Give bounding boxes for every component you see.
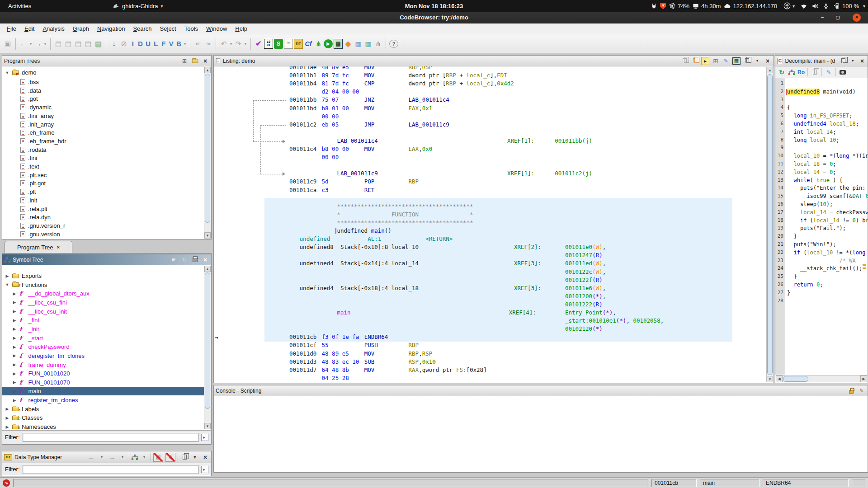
symbol-tree-scrollbar[interactable]: ▲ ▼ — [204, 266, 211, 429]
listing-row[interactable]: d2 04 00 00 — [289, 88, 766, 96]
console-header[interactable]: Console - Scripting ✎ — [214, 385, 868, 396]
tree-item[interactable]: .eh_frame — [2, 128, 197, 137]
menu-navigation[interactable]: Navigation — [93, 25, 129, 32]
function-viewer-icon[interactable]: Cf — [304, 39, 313, 49]
menu-edit[interactable]: Edit — [20, 25, 38, 32]
decompile-line[interactable]: puts("Enter the pin: — [787, 185, 868, 191]
listing-row[interactable]: 001011bdb8 01 00MOVEAX,0x1 — [289, 105, 766, 113]
close-icon[interactable]: × — [859, 57, 866, 65]
decompile-line[interactable]: local_18 = 0; — [787, 161, 836, 167]
menu-dropdown-icon[interactable]: ▼ — [191, 453, 199, 461]
script-manager-icon[interactable]: S — [274, 39, 283, 49]
listing-row[interactable]: 001011d348 83 ec 10SUBRSP,0x10 — [289, 358, 766, 366]
uptime-indicator[interactable]: 4h 30m — [692, 3, 721, 9]
forward-dropdown-icon[interactable]: ▾ — [118, 453, 127, 461]
expand-icon[interactable]: ▶ — [12, 309, 17, 314]
symbol-tree-folder-exports[interactable]: ▶Exports — [2, 272, 204, 280]
symbol-tree-header[interactable]: Symbol Tree ☛ ↻ × — [2, 254, 211, 265]
symbol-table-icon[interactable]: ▦ — [354, 39, 363, 49]
printer-icon[interactable] — [191, 256, 199, 264]
decompile-line[interactable]: if (local_10 != *(long — [787, 249, 865, 256]
symbol-tree-item-fun_00101070[interactable]: ▶fFUN_00101070 — [2, 378, 204, 387]
accessibility-menu[interactable]: ▾ — [783, 2, 795, 9]
collapse-icon[interactable]: ▼ — [5, 282, 9, 287]
redo-dropdown-icon[interactable]: ▾ — [244, 39, 247, 49]
panel-dropdown-icon[interactable]: ▾ — [849, 57, 856, 65]
scroll-down-icon[interactable]: ▼ — [204, 232, 211, 239]
tree-item[interactable]: .text — [2, 162, 197, 171]
decompile-line[interactable]: long local_10; — [787, 137, 840, 143]
expand-icon[interactable]: ▶ — [12, 353, 17, 358]
decompile-line[interactable]: undefined8 main(void) — [787, 89, 856, 95]
scroll-right-icon[interactable]: ▶ — [860, 375, 867, 382]
input-method-icon[interactable] — [651, 3, 657, 9]
decompile-line[interactable]: } — [787, 290, 790, 296]
filter-options-icon[interactable] — [201, 434, 208, 441]
memory-map-icon[interactable]: ▤ — [94, 39, 103, 49]
bookmarks-icon[interactable]: ≡ — [284, 39, 293, 49]
decompile-line[interactable]: } — [787, 233, 797, 239]
listing-row[interactable]: 0010122f(R) — [289, 277, 766, 285]
refresh-icon[interactable]: ↻ — [180, 256, 189, 264]
brave-browser-icon[interactable] — [660, 3, 666, 9]
dtm-header[interactable]: DT Data Type Manager ← ▾ → ▾ ▾ ▤ ⊘ ▼ × — [2, 451, 211, 463]
datatype-manager-icon[interactable]: DT — [294, 39, 303, 49]
decompile-line[interactable]: local_10 = *(long *)(in — [787, 153, 868, 159]
symbol-tree-folder-namespaces[interactable]: ▶{}Namespaces — [2, 422, 204, 429]
menu-graph[interactable]: Graph — [69, 25, 93, 32]
minimize-button[interactable]: – — [818, 14, 826, 22]
listing-row[interactable]: **************************************** — [289, 219, 766, 227]
expand-icon[interactable]: ▶ — [5, 416, 9, 420]
app-menu[interactable]: ghidra-Ghidra ▾ — [112, 0, 163, 12]
decompile-line[interactable]: long in_FS_OFFSET; — [787, 113, 853, 119]
symbol-tree-folder-classes[interactable]: ▶ⒸClasses — [2, 413, 204, 422]
decompile-line[interactable]: undefined4 local_18; — [787, 121, 859, 127]
association-dropdown-icon[interactable]: ▾ — [140, 453, 148, 461]
listing-row[interactable]: undefined8Stack[-0x10]:8 local_10XREF[2]… — [289, 244, 766, 252]
memory-viewer-icon[interactable]: ▦ — [334, 39, 343, 49]
expand-icon[interactable]: ▶ — [12, 389, 17, 394]
program-tree-tab[interactable]: Program Tree × — [5, 241, 72, 253]
listing-content[interactable]: → 001011ae48 89 e5MOVRBP,RSP001011b189 7… — [214, 66, 766, 382]
symbol-tree-item-register_tm_clones[interactable]: ▶fregister_tm_clones — [2, 396, 204, 404]
expand-icon[interactable]: ▶ — [12, 345, 17, 349]
tree-item[interactable]: .dynamic — [2, 103, 197, 112]
association-icon[interactable] — [132, 455, 138, 460]
listing-row[interactable]: 001011b481 7d fcCMPdword ptr [RBP + loca… — [289, 80, 766, 88]
expand-icon[interactable]: ▶ — [12, 327, 17, 331]
cursor-location-icon[interactable]: ▸ — [701, 57, 709, 65]
forward-dropdown-icon[interactable]: ▾ — [43, 39, 47, 49]
graph-icon[interactable] — [788, 70, 795, 75]
tree-item[interactable]: .fini_array — [2, 112, 197, 120]
symbol-tree-icon[interactable]: ⋔ — [314, 39, 323, 49]
listing-row[interactable]: 001011cbf3 0f 1e faENDBR64 — [289, 333, 766, 342]
tree-item[interactable]: .init_array — [2, 120, 197, 129]
edit-fields-icon[interactable]: ⊞ — [712, 57, 720, 65]
filter-pointers-toggle[interactable]: ⊘ — [165, 453, 175, 462]
expand-icon[interactable]: ▶ — [12, 371, 17, 376]
tree-item[interactable]: .plt.got — [2, 179, 197, 188]
expand-icon[interactable]: ▶ — [5, 274, 9, 278]
program-trees-header[interactable]: Program Trees ⊞ × — [2, 56, 211, 66]
symbol-tree-item-_init[interactable]: ▶f_init — [2, 325, 204, 333]
symbol-tree-item-_fini[interactable]: ▶f_fini — [2, 316, 204, 324]
datatype-float-icon[interactable]: F — [160, 39, 167, 49]
decompile-line[interactable]: return 0; — [787, 282, 823, 288]
listing-row[interactable]: 0010122c(W), — [289, 268, 766, 277]
listing-row[interactable]: 00102120(*) — [289, 325, 766, 333]
symbol-filter-input[interactable] — [23, 433, 199, 442]
vpn-ip-indicator[interactable]: 122.162.144.170 — [723, 3, 777, 9]
symbol-references-icon[interactable]: ▦ — [363, 39, 373, 49]
close-icon[interactable]: × — [201, 453, 209, 461]
reapply-icon[interactable]: ▤ — [84, 39, 93, 49]
decompile-code[interactable]: 1234567891011121314151617181920212223242… — [775, 78, 868, 375]
tree-item[interactable]: .got — [2, 94, 197, 103]
symbol-tree-item-fun_00101020[interactable]: ▶fFUN_00101020 — [2, 369, 204, 378]
expand-icon[interactable]: ▶ — [12, 398, 17, 403]
listing-row[interactable]: 001011ae48 89 e5MOVRBP,RSP — [289, 66, 766, 72]
memory-icon[interactable]: ▦ — [732, 57, 741, 65]
decompile-hscrollbar[interactable]: ◀ ▶ — [776, 375, 867, 382]
tree-root-demo[interactable]: ▼ ◤ demo — [2, 68, 197, 77]
symbol-tree-item-checkpassword[interactable]: ▶fcheckPassword — [2, 343, 204, 351]
listing-row[interactable]: 00101247(R) — [289, 252, 766, 260]
